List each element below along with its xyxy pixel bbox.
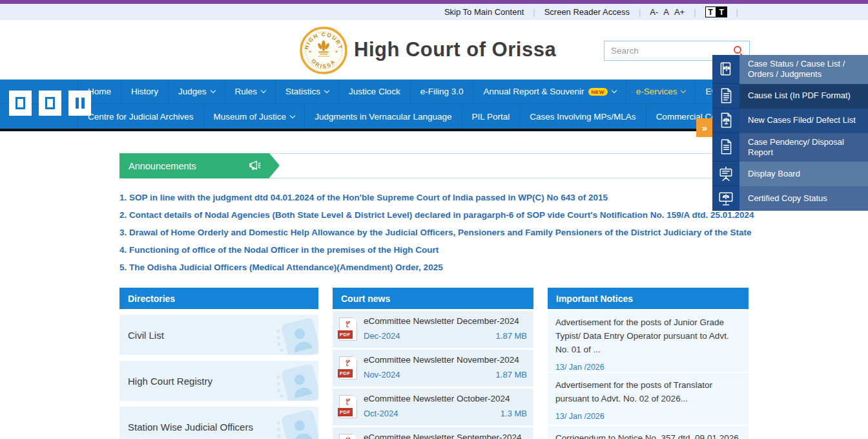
directory-link-hc-registry[interactable]: High Court Registry xyxy=(119,361,318,401)
megaphone-icon xyxy=(248,159,262,174)
divider: | xyxy=(533,7,535,17)
pdf-file-icon: PDF xyxy=(339,434,357,439)
font-size-controls: A- A A+ xyxy=(650,7,685,17)
monitor-scales-icon xyxy=(712,186,739,211)
news-date: Dec-2024 xyxy=(364,331,400,341)
announcement-link[interactable]: 3. Drawal of Home Orderly and Domestic H… xyxy=(119,224,749,241)
nav-justice-clock[interactable]: Justice Clock xyxy=(339,80,411,103)
news-size: 1.3 MB xyxy=(501,409,527,418)
directories-header: Directories xyxy=(119,288,318,309)
menu-item-label: Cause List (In PDF Format) xyxy=(739,84,868,109)
announcement-link[interactable]: 2. Contact details of Nodal Agencies (Bo… xyxy=(119,206,749,224)
menu-item-cause-list-pdf[interactable]: Cause List (In PDF Format) xyxy=(712,84,868,109)
court-seal-logo: HIGH COURT ORISSA ★ ★ xyxy=(299,26,348,75)
news-item-dec-2024[interactable]: PDF eCommittee Newsletter December-2024 … xyxy=(333,311,533,348)
chevron-down-icon xyxy=(210,88,215,93)
menu-item-pendency-report[interactable]: Case Pendency/ Disposal Report xyxy=(712,133,868,162)
menu-item-new-cases[interactable]: New Cases Filed/ Defect List xyxy=(712,109,868,133)
news-title: eCommittee Newsletter December-2024 xyxy=(364,316,527,326)
important-notices-header: Important Notices xyxy=(548,288,749,309)
menu-item-certified-copy[interactable]: Certified Copy Status xyxy=(712,186,868,211)
utility-bar: Skip To Main Content | Screen Reader Acc… xyxy=(0,4,868,20)
news-item-nov-2024[interactable]: PDF eCommittee Newsletter November-2024 … xyxy=(333,350,533,387)
notice-text: Corrigendum to Notice No. 357 dtd. 09.01… xyxy=(555,432,741,439)
court-news-section: Court news PDF eCommittee Newsletter Dec… xyxy=(333,288,533,439)
new-badge: NEW xyxy=(588,88,608,96)
screen-reader-link[interactable]: Screen Reader Access xyxy=(544,7,630,17)
skip-to-main-link[interactable]: Skip To Main Content xyxy=(444,7,524,17)
notice-date: 13/ Jan /2026 xyxy=(555,363,741,372)
notice-item-corrigendum[interactable]: Corrigendum to Notice No. 357 dtd. 09.01… xyxy=(548,426,749,439)
menu-item-label: New Cases Filed/ Defect List xyxy=(739,109,868,133)
directory-label: Civil List xyxy=(128,330,164,341)
menu-item-label: Case Pendency/ Disposal Report xyxy=(739,133,868,162)
menu-item-display-board[interactable]: Display Board xyxy=(712,162,868,186)
nav-pil-portal[interactable]: PIL Portal xyxy=(462,104,521,129)
news-size: 1.87 MB xyxy=(496,331,527,341)
news-title: eCommittee Newsletter September-2024 xyxy=(364,433,527,439)
search-input[interactable] xyxy=(604,46,733,56)
nav-rules[interactable]: Rules xyxy=(225,80,276,103)
pdf-file-icon: PDF xyxy=(339,356,357,380)
directory-link-station-officers[interactable]: Station Wise Judicial Officers xyxy=(119,407,318,439)
news-item-oct-2024[interactable]: PDF eCommittee Newsletter October-2024 O… xyxy=(333,389,533,425)
square-icon xyxy=(16,97,25,109)
contrast-dark-button[interactable]: T xyxy=(716,6,727,17)
eservices-dropdown-menu: Case Status / Cause List / Orders / Judg… xyxy=(712,55,868,211)
announcement-link[interactable]: 4. Functioning of office of the Nodal Of… xyxy=(119,241,749,259)
nav-museum[interactable]: Museum of Justice xyxy=(204,104,305,129)
menu-item-label: Display Board xyxy=(739,162,868,186)
logo-star-left: ★ xyxy=(308,49,312,54)
font-increase-button[interactable]: A+ xyxy=(674,7,685,17)
nav-mps-mlas-cases[interactable]: Cases Involving MPs/MLAs xyxy=(520,104,646,129)
contrast-toggle: T T xyxy=(705,6,727,17)
font-decrease-button[interactable]: A- xyxy=(650,7,658,17)
announcement-link[interactable]: 1. SOP in line with the judgment dtd 04.… xyxy=(119,189,749,206)
nav-annual-report[interactable]: Annual Report & SouvenirNEW xyxy=(473,80,626,103)
notice-item-typist[interactable]: Advertisement for the posts of Junior Gr… xyxy=(548,310,749,372)
notice-item-translator[interactable]: Advertisement for the posts of Translato… xyxy=(548,373,749,425)
divider: | xyxy=(694,7,696,17)
news-size: 1.87 MB xyxy=(496,370,527,380)
chevron-down-icon xyxy=(261,88,266,93)
announcements-header: Announcements xyxy=(119,153,749,178)
news-date: Nov-2024 xyxy=(364,370,400,380)
logo-star-right: ★ xyxy=(335,49,338,54)
notice-text: Advertisement for the posts of Translato… xyxy=(555,379,741,406)
notice-date: 13/ Jan /2026 xyxy=(555,412,741,421)
directory-label: High Court Registry xyxy=(128,376,212,387)
important-notices-section: Important Notices Advertisement for the … xyxy=(548,288,749,439)
nav-statistics[interactable]: Statistics xyxy=(276,80,339,103)
nav-history[interactable]: History xyxy=(121,80,169,103)
chevron-down-icon xyxy=(611,88,616,93)
nav-judges[interactable]: Judges xyxy=(169,80,225,103)
nav-judicial-archives[interactable]: Centre for Judicial Archives xyxy=(78,104,204,129)
chevron-down-icon xyxy=(290,112,295,118)
carousel-pause-button[interactable] xyxy=(68,91,91,116)
announcement-link[interactable]: 5. The Odisha Judicial Officers (Medical… xyxy=(119,259,749,276)
news-item-sep-2024[interactable]: PDF eCommittee Newsletter September-2024 xyxy=(333,427,533,439)
contrast-normal-button[interactable]: T xyxy=(705,6,716,17)
divider: | xyxy=(639,7,641,17)
carousel-stop-button-1[interactable] xyxy=(9,91,32,116)
directory-link-civil-list[interactable]: Civil List xyxy=(119,315,318,355)
expand-menu-button[interactable]: » xyxy=(696,118,712,137)
id-card-watermark-icon xyxy=(273,412,318,439)
announcements-ribbon: Announcements xyxy=(119,153,269,178)
report-icon xyxy=(712,133,739,162)
font-normal-button[interactable]: A xyxy=(663,7,669,17)
pdf-file-icon: PDF xyxy=(339,395,357,418)
chevron-down-icon xyxy=(681,88,686,93)
nav-efiling[interactable]: e-Filing 3.0 xyxy=(411,80,474,103)
nav-vernacular-judgments[interactable]: Judgments in Vernacular Language xyxy=(305,104,462,129)
announcements-widget: Announcements 1. SOP in line with the ju… xyxy=(119,153,749,276)
carousel-stop-button-2[interactable] xyxy=(39,91,61,116)
pause-icon xyxy=(76,98,85,109)
news-date: Oct-2024 xyxy=(364,409,398,418)
news-title: eCommittee Newsletter November-2024 xyxy=(364,355,527,365)
book-scales-icon xyxy=(712,55,739,84)
notice-text: Advertisement for the posts of Junior Gr… xyxy=(555,316,741,357)
document-scales-icon xyxy=(712,109,739,133)
nav-eservices[interactable]: e-Services xyxy=(626,80,696,103)
menu-item-case-status[interactable]: Case Status / Cause List / Orders / Judg… xyxy=(712,55,868,84)
